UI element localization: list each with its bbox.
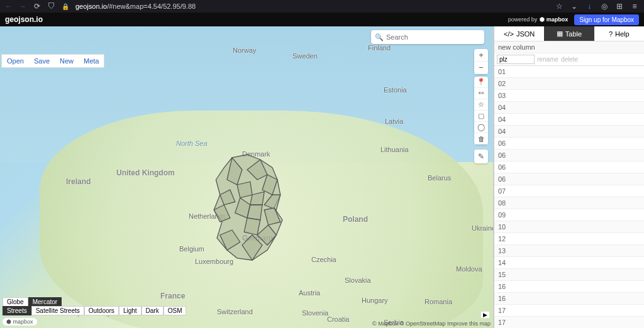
extensions-icon[interactable]: ⊞ bbox=[615, 2, 624, 11]
style-dark[interactable]: Dark bbox=[142, 306, 164, 315]
data-rows: 0102030404040606060607080910121314151616… bbox=[494, 66, 644, 328]
table-row[interactable]: 06 bbox=[494, 150, 644, 161]
table-row[interactable]: 17 bbox=[494, 317, 644, 328]
download-icon[interactable]: ↓ bbox=[585, 2, 594, 11]
table-row[interactable]: 07 bbox=[494, 185, 644, 197]
menu-icon[interactable]: ≡ bbox=[630, 2, 639, 11]
proj-mercator[interactable]: Mercator bbox=[28, 297, 62, 307]
table-row[interactable]: 14 bbox=[494, 257, 644, 269]
delete-column[interactable]: delete bbox=[561, 56, 578, 63]
map-label: Slovenia bbox=[302, 309, 328, 317]
zoom-out-button[interactable]: − bbox=[474, 62, 488, 74]
map-label: Finland bbox=[368, 44, 391, 52]
map-label: Croatia bbox=[327, 315, 349, 323]
style-light[interactable]: Light bbox=[119, 306, 142, 315]
star-icon[interactable]: ☆ bbox=[555, 2, 564, 11]
forward-icon: → bbox=[19, 2, 26, 11]
rectangle-tool[interactable]: ▢ bbox=[474, 111, 488, 122]
map-label: Belgium bbox=[179, 245, 204, 253]
table-row[interactable]: 08 bbox=[494, 197, 644, 209]
back-icon: ← bbox=[5, 2, 13, 11]
mapbox-logo[interactable]: ⬢ mapbox bbox=[3, 318, 37, 325]
attrib-improve[interactable]: Improve this map bbox=[447, 320, 491, 327]
table-row[interactable]: 16 bbox=[494, 281, 644, 293]
tab-help[interactable]: ?Help bbox=[594, 26, 644, 41]
polygon-tool[interactable]: ☆ bbox=[474, 99, 488, 111]
menu-new[interactable]: New bbox=[55, 55, 79, 67]
table-row[interactable]: 04 bbox=[494, 126, 644, 138]
column-header: rename delete bbox=[494, 53, 644, 66]
table-row[interactable]: 01 bbox=[494, 66, 644, 78]
map-label: Latvia bbox=[385, 118, 403, 125]
table-row[interactable]: 04 bbox=[494, 114, 644, 126]
expand-side-icon[interactable]: ▶ bbox=[481, 312, 489, 318]
table-row[interactable]: 02 bbox=[494, 78, 644, 90]
map-label: Lithuania bbox=[380, 146, 409, 153]
table-row[interactable]: 06 bbox=[494, 173, 644, 185]
style-switch: StreetsSatellite StreetsOutdoorsLightDar… bbox=[3, 306, 186, 315]
geojson-overlay[interactable] bbox=[202, 147, 303, 273]
map-attribution: © Mapbox © OpenStreetMap Improve this ma… bbox=[372, 320, 491, 327]
table-row[interactable]: 10 bbox=[494, 221, 644, 233]
trash-tool[interactable]: 🗑 bbox=[474, 133, 488, 145]
map-label: Austria bbox=[299, 289, 320, 297]
reload-icon[interactable]: ⟳ bbox=[33, 2, 42, 11]
circle-tool[interactable]: ◯ bbox=[474, 122, 488, 133]
powered-by: powered by ⬢ mapbox bbox=[508, 16, 569, 23]
map-search[interactable]: 🔍 bbox=[371, 30, 484, 44]
lock-icon: 🔒 bbox=[62, 3, 69, 10]
attrib-mapbox[interactable]: © Mapbox bbox=[372, 320, 398, 327]
map-label: Belarus bbox=[428, 174, 451, 182]
side-panel: </>JSON ▦Table ?Help new column rename d… bbox=[493, 26, 644, 328]
help-icon: ? bbox=[609, 30, 613, 38]
style-osm[interactable]: OSM bbox=[164, 306, 187, 315]
save-pocket-icon[interactable]: ⌄ bbox=[570, 2, 579, 11]
tab-table[interactable]: ▦Table bbox=[544, 26, 594, 41]
app-title: geojson.io bbox=[5, 15, 43, 24]
menu-open[interactable]: Open bbox=[2, 55, 29, 67]
app-header: geojson.io powered by ⬢ mapbox Sign up f… bbox=[0, 13, 644, 26]
map-label: North Sea bbox=[176, 139, 208, 147]
account-icon[interactable]: ◎ bbox=[600, 2, 609, 11]
url-bar[interactable]: geojson.io/#new&map=4.54/52.95/9.88 bbox=[75, 3, 548, 10]
menu-save[interactable]: Save bbox=[29, 55, 55, 67]
style-streets[interactable]: Streets bbox=[3, 306, 31, 315]
style-satellite-streets[interactable]: Satellite Streets bbox=[31, 306, 84, 315]
map-label: United Kingdom bbox=[116, 168, 175, 177]
map-label: Moldova bbox=[456, 265, 482, 273]
map-label: Sweden bbox=[292, 52, 318, 60]
style-outdoors[interactable]: Outdoors bbox=[84, 306, 119, 315]
column-name-input[interactable] bbox=[497, 55, 535, 64]
tab-json[interactable]: </>JSON bbox=[494, 26, 544, 41]
table-row[interactable]: 06 bbox=[494, 161, 644, 173]
map-pane[interactable]: OpenSaveNewMeta 🔍 + − 📍 ✏ ☆ ▢ ◯ 🗑 ✎ Norw… bbox=[0, 26, 493, 328]
map-label: Hungary bbox=[362, 297, 388, 304]
new-column-button[interactable]: new column bbox=[494, 41, 644, 53]
proj-globe[interactable]: Globe bbox=[3, 297, 28, 307]
table-row[interactable]: 03 bbox=[494, 90, 644, 102]
projection-switch: GlobeMercator bbox=[3, 297, 62, 307]
map-label: Ukraine bbox=[472, 224, 493, 232]
table-row[interactable]: 13 bbox=[494, 245, 644, 257]
table-row[interactable]: 15 bbox=[494, 269, 644, 281]
table-row[interactable]: 04 bbox=[494, 102, 644, 114]
rename-column[interactable]: rename bbox=[537, 56, 558, 63]
table-row[interactable]: 09 bbox=[494, 209, 644, 221]
map-label: Ireland bbox=[66, 177, 91, 186]
table-row[interactable]: 12 bbox=[494, 233, 644, 245]
draw-tools: 📍 ✏ ☆ ▢ ◯ 🗑 bbox=[474, 77, 488, 145]
marker-tool[interactable]: 📍 bbox=[474, 77, 488, 88]
map-label: France bbox=[160, 292, 185, 300]
attrib-osm[interactable]: © OpenStreetMap bbox=[400, 320, 446, 327]
signup-button[interactable]: Sign up for Mapbox bbox=[574, 14, 639, 25]
map-label: Slovakia bbox=[345, 276, 371, 284]
table-row[interactable]: 06 bbox=[494, 138, 644, 150]
table-row[interactable]: 16 bbox=[494, 293, 644, 305]
line-tool[interactable]: ✏ bbox=[474, 88, 488, 99]
edit-layer-button[interactable]: ✎ bbox=[474, 150, 488, 163]
menu-meta[interactable]: Meta bbox=[79, 55, 104, 67]
map-label: Czechia bbox=[311, 256, 336, 263]
search-input[interactable] bbox=[386, 33, 480, 41]
table-row[interactable]: 17 bbox=[494, 305, 644, 317]
zoom-in-button[interactable]: + bbox=[474, 49, 488, 62]
